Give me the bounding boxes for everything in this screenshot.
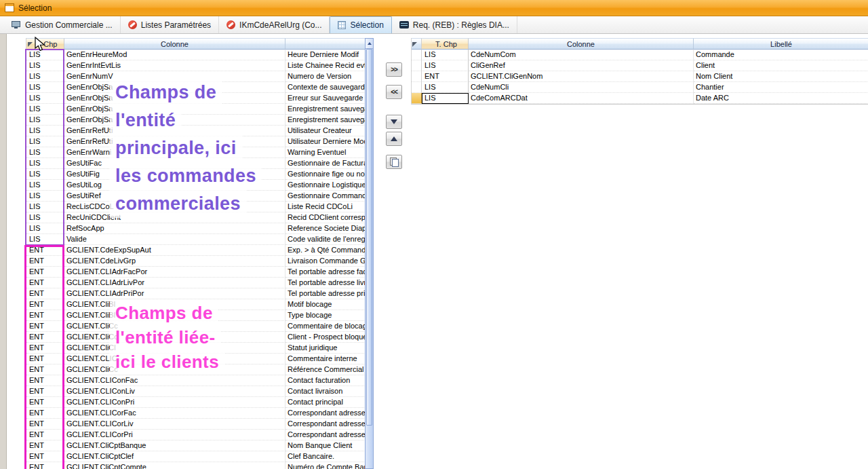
table-row[interactable]: ENTGCLIENT.CliCptClefClef Bancaire. <box>26 451 366 462</box>
cell-colonne[interactable]: GCLIENT.CliCc <box>64 332 285 343</box>
cell-colonne[interactable]: GCLIENT.CliCc <box>64 364 285 375</box>
cell-colonne[interactable]: Valide <box>64 234 285 245</box>
table-row[interactable]: ENTGCLIENT.CliBlMotif blocage <box>26 299 366 310</box>
table-row[interactable]: ENTGCLIENT.CliCptBanqueNom Banque Client <box>26 440 366 451</box>
cell-libelle[interactable]: Gestionnaire Commande <box>285 191 366 202</box>
cell-colonne[interactable]: GCLIENT.CliCc <box>64 321 285 332</box>
cell-colonne[interactable]: GCLIENT.CLICorPri <box>64 430 285 440</box>
cell-libelle[interactable]: Utilisateur Createur <box>285 126 366 136</box>
cell-colonne[interactable]: GCLIENT.CdeLivGrp <box>64 256 285 267</box>
cell-colonne[interactable]: GesUtiFac <box>64 158 285 169</box>
cell-type[interactable]: LIS <box>26 136 64 147</box>
table-row[interactable]: LISCdeNumComCommande <box>412 50 868 60</box>
cell-colonne[interactable]: GenEnrIntEvtLis <box>64 60 285 71</box>
cell-libelle[interactable]: Enregistrement sauvega <box>285 104 366 115</box>
cell-type[interactable]: ENT <box>26 375 64 386</box>
cell-type[interactable]: ENT <box>26 354 64 364</box>
cell-colonne[interactable]: GenEnrHeureMod <box>64 50 285 60</box>
column-header-colonne[interactable]: Colonne <box>64 38 285 50</box>
cell-libelle[interactable]: Recid CDClient correspo <box>285 212 366 223</box>
cell-type[interactable]: LIS <box>422 60 469 71</box>
cell-libelle[interactable]: Erreur sur Sauvegarde c <box>285 93 366 104</box>
cell-colonne[interactable]: GesUtiFig <box>64 169 285 180</box>
cell-type[interactable]: LIS <box>26 212 64 223</box>
cell-libelle[interactable]: Liste Recid CDCoLi <box>285 202 366 212</box>
cell-type[interactable]: LIS <box>26 158 64 169</box>
row-selector[interactable] <box>412 71 422 82</box>
cell-colonne[interactable]: CliGenRef <box>469 60 694 71</box>
cell-colonne[interactable]: GCLIENT.CLICorLiv <box>64 419 285 430</box>
select-all-icon[interactable] <box>412 42 417 47</box>
cell-libelle[interactable]: Correspondant adresse <box>285 419 366 430</box>
table-row[interactable]: ENTGCLIENT.CLIConPriContact principal <box>26 397 366 408</box>
cell-libelle[interactable]: Enregistrement sauvega <box>285 115 366 126</box>
cell-colonne[interactable]: GCLIENT.CLIAdrFacPor <box>64 267 285 278</box>
cell-libelle[interactable]: Heure Derniere Modif <box>285 50 366 60</box>
table-row[interactable]: ENTGCLIENT.CLIConLivContact livraison <box>26 386 366 397</box>
cell-colonne[interactable]: GenEnrObjSa <box>64 115 285 126</box>
cell-type[interactable]: ENT <box>26 321 64 332</box>
table-row[interactable]: ENTGCLIENT.CLICorFacCorrespondant adress… <box>26 408 366 419</box>
table-row[interactable]: LISGenEnrRefUtiUtilisateur Createur <box>26 126 366 136</box>
cell-colonne[interactable]: GCLIENT.CLIC <box>64 354 285 364</box>
cell-colonne[interactable]: GCLIENT.CliCptBanque <box>64 440 285 451</box>
table-row[interactable]: LISCdeComARCDatDate ARC <box>412 93 868 104</box>
move-down-button[interactable] <box>386 115 402 129</box>
corner-selector-header[interactable] <box>412 38 422 50</box>
cell-libelle[interactable]: Gestionnaire de Factura <box>285 158 366 169</box>
cell-type[interactable]: LIS <box>26 234 64 245</box>
table-row[interactable]: LISGenEnrObjSaContexte de sauvegarde <box>26 82 366 93</box>
cell-type[interactable]: ENT <box>26 408 64 419</box>
cell-colonne[interactable]: GesUtiRef <box>64 191 285 202</box>
cell-libelle[interactable]: Livraison Commande Gr <box>285 256 366 267</box>
cell-type[interactable]: ENT <box>26 299 64 310</box>
table-row[interactable]: LISGesUtiFacGestionnaire de Factura <box>26 158 366 169</box>
column-header-colonne[interactable]: Colonne <box>469 38 694 50</box>
cell-type[interactable]: LIS <box>26 180 64 191</box>
move-up-button[interactable] <box>386 132 402 146</box>
scrollbar-thumb[interactable] <box>366 49 372 426</box>
cell-libelle[interactable]: Utilisateur Derniere Mod <box>285 136 366 147</box>
cell-libelle[interactable]: Contact facturation <box>285 375 366 386</box>
table-row[interactable]: LISGesUtiLogGestionnaire Logistique <box>26 180 366 191</box>
cell-libelle[interactable]: Nom Client <box>694 71 868 82</box>
cell-colonne[interactable]: GCLIENT.CliBl <box>64 310 285 321</box>
cell-colonne[interactable]: GCLIENT.CliCptCompte <box>64 462 285 469</box>
cell-libelle[interactable]: Tel portable adresse fac <box>285 267 366 278</box>
table-row[interactable]: LISRefSocAppReference Societe Diap <box>26 223 366 234</box>
cell-libelle[interactable]: Référence Commercial <box>285 364 366 375</box>
cell-colonne[interactable]: GCLIENT.CLIConPri <box>64 397 285 408</box>
column-header-type[interactable]: T. Chp <box>26 38 64 50</box>
cell-colonne[interactable]: CdeComARCDat <box>469 93 694 104</box>
cell-type[interactable]: ENT <box>26 451 64 462</box>
cell-colonne[interactable]: GCLIENT.CliBl <box>64 299 285 310</box>
cell-type[interactable]: ENT <box>26 310 64 321</box>
table-row[interactable]: ENTGCLIENT.CliClStatut juridique <box>26 343 366 354</box>
cell-colonne[interactable]: GesUtiLog <box>64 180 285 191</box>
table-row[interactable]: LISGesUtiFigGestionnaire fige ou nor <box>26 169 366 180</box>
row-selector[interactable] <box>412 93 422 104</box>
cell-type[interactable]: ENT <box>26 430 64 440</box>
cell-colonne[interactable]: GenEnrObjSa <box>64 82 285 93</box>
cell-libelle[interactable]: Gestionnaire Logistique <box>285 180 366 191</box>
table-row[interactable]: LISGenEnrObjSaEnregistrement sauvega <box>26 104 366 115</box>
cell-libelle[interactable]: Nom Banque Client <box>285 440 366 451</box>
table-row[interactable]: ENTGCLIENT.CLICorPriCorrespondant adress… <box>26 430 366 440</box>
row-selector[interactable] <box>412 82 422 93</box>
cell-type[interactable]: LIS <box>422 82 469 93</box>
cell-libelle[interactable]: Commentaire de blocage <box>285 321 366 332</box>
table-row[interactable]: ENTGCLIENT.CLIConFacContact facturation <box>26 375 366 386</box>
column-header-type[interactable]: T. Chp <box>422 38 469 50</box>
cell-libelle[interactable]: Code validite de l'enregi <box>285 234 366 245</box>
column-header-libelle[interactable]: Libellé <box>694 38 868 50</box>
cell-type[interactable]: ENT <box>26 440 64 451</box>
cell-type[interactable]: LIS <box>26 126 64 136</box>
cell-colonne[interactable]: CdeNumCom <box>469 50 694 60</box>
cell-libelle[interactable]: Liste Chainee Recid evt <box>285 60 366 71</box>
cell-colonne[interactable]: CdeNumCli <box>469 82 694 93</box>
table-row[interactable]: LISGenEnrRefUtiUtilisateur Derniere Mod <box>26 136 366 147</box>
cell-libelle[interactable]: Chantier <box>694 82 868 93</box>
tab-listes-parametrees[interactable]: Listes Paramétrées <box>121 16 219 33</box>
tab-ikmcdearelurg[interactable]: IKmCdeARelUrg (Co... <box>219 16 330 33</box>
cell-colonne[interactable]: GCLIENT.CliGenNom <box>469 71 694 82</box>
